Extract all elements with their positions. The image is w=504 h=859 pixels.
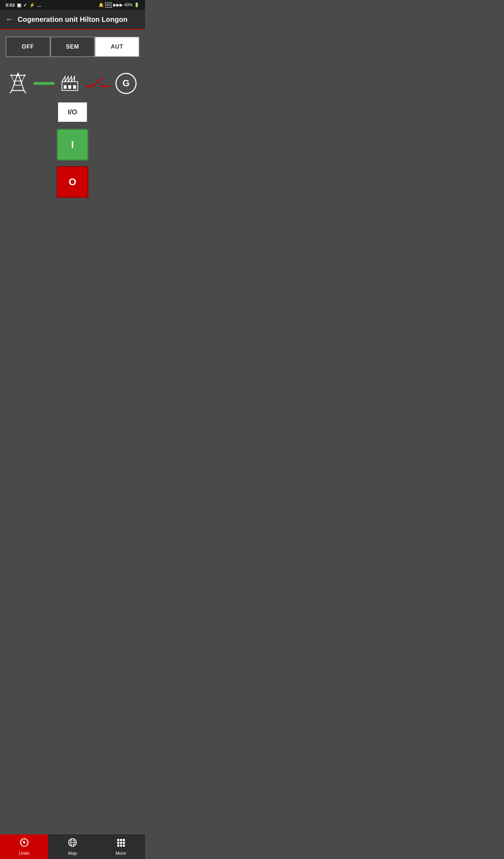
time-display: 0:53 — [6, 2, 15, 8]
check-icon: ✓ — [23, 2, 27, 8]
svg-point-23 — [91, 85, 93, 87]
on-button[interactable]: I — [57, 129, 88, 161]
sem-mode-button[interactable]: SEM — [50, 37, 95, 57]
status-bar: 0:53 ▣ ✓ ⚡ … 🔔 4G ▶▶▶ 40% 🔋 — [0, 0, 145, 10]
off-mode-button[interactable]: OFF — [6, 37, 50, 57]
svg-line-11 — [10, 90, 12, 93]
factory-icon — [60, 73, 80, 94]
svg-point-14 — [17, 75, 19, 76]
ellipsis-icon: … — [37, 2, 42, 8]
svg-rect-19 — [73, 85, 76, 89]
svg-point-15 — [24, 75, 26, 76]
battery-charge-icon: ⚡ — [29, 2, 35, 8]
back-button[interactable]: ← — [6, 15, 13, 24]
generator-icon: G — [115, 73, 137, 94]
connection-line — [33, 82, 55, 85]
svg-line-21 — [92, 79, 102, 86]
aut-mode-button[interactable]: AUT — [95, 37, 139, 57]
signal-icon: ▶▶▶ — [113, 2, 123, 7]
io-button-wrapper: I/O — [6, 102, 139, 122]
io-button[interactable]: I/O — [58, 102, 87, 122]
svg-line-12 — [24, 90, 26, 93]
main-content: OFF SEM AUT — [0, 30, 145, 212]
power-tower-icon — [8, 71, 28, 95]
status-left: 0:53 ▣ ✓ ⚡ … — [6, 2, 42, 8]
status-right: 🔔 4G ▶▶▶ 40% 🔋 — [99, 2, 139, 8]
page-title: Cogeneration unit Hilton Longon — [18, 15, 127, 24]
alarm-icon: 🔔 — [99, 2, 104, 7]
battery-icon: 🔋 — [134, 2, 139, 7]
mode-buttons: OFF SEM AUT — [6, 37, 139, 57]
battery-percent: 40% — [124, 2, 133, 7]
lte-icon: 4G — [105, 2, 112, 8]
svg-line-8 — [22, 75, 25, 81]
switch-icon — [85, 76, 110, 91]
svg-line-7 — [11, 75, 14, 81]
generator-label: G — [122, 78, 130, 89]
svg-rect-17 — [64, 85, 67, 89]
app-header: ← Cogeneration unit Hilton Longon — [0, 10, 145, 30]
svg-point-24 — [101, 85, 103, 87]
control-buttons: I O — [6, 129, 139, 198]
svg-rect-18 — [68, 85, 71, 89]
sim-icon: ▣ — [17, 2, 21, 8]
svg-point-13 — [11, 75, 12, 76]
off-button[interactable]: O — [57, 166, 88, 198]
diagram-area: G — [6, 68, 139, 99]
